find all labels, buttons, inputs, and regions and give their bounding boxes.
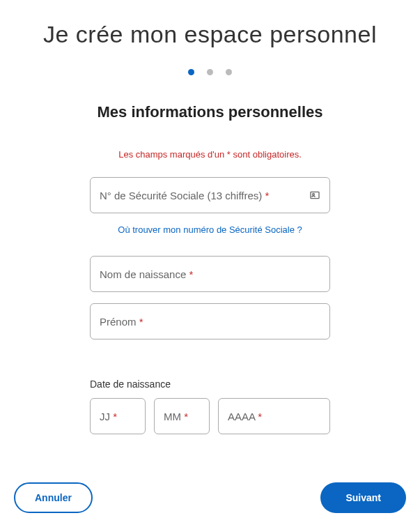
form-container: N° de Sécurité Sociale (13 chiffres) * O… — [90, 177, 330, 434]
button-row: Annuler Suivant — [14, 482, 406, 513]
birth-name-input-wrapper: Nom de naissance * — [90, 256, 330, 292]
year-input-wrapper: AAAA * — [218, 398, 330, 434]
first-name-input-wrapper: Prénom * — [90, 303, 330, 339]
ssn-input-wrapper: N° de Sécurité Sociale (13 chiffres) * — [90, 177, 330, 213]
page-title: Je crée mon espace personnel — [14, 21, 406, 48]
first-name-input[interactable] — [90, 303, 330, 339]
month-input-wrapper: MM * — [154, 398, 210, 434]
contact-card-icon — [309, 190, 320, 201]
required-notice: Les champs marqués d'un * sont obligatoi… — [14, 149, 406, 160]
birth-name-input[interactable] — [90, 256, 330, 292]
step-dot-1 — [188, 69, 194, 75]
birth-date-row: JJ * MM * AAAA * — [90, 398, 330, 434]
day-input-wrapper: JJ * — [90, 398, 146, 434]
birth-date-label: Date de naissance — [90, 379, 330, 390]
stepper — [14, 69, 406, 75]
svg-rect-0 — [311, 192, 319, 198]
ssn-help-link[interactable]: Où trouver mon numéro de Sécurité Social… — [90, 224, 330, 235]
cancel-button[interactable]: Annuler — [14, 482, 93, 513]
day-input[interactable] — [90, 398, 146, 434]
next-button[interactable]: Suivant — [320, 482, 406, 513]
svg-point-1 — [313, 193, 315, 195]
section-title: Mes informations personnelles — [14, 103, 406, 121]
year-input[interactable] — [218, 398, 330, 434]
step-dot-3 — [226, 69, 232, 75]
ssn-input[interactable] — [90, 177, 330, 213]
month-input[interactable] — [154, 398, 210, 434]
step-dot-2 — [207, 69, 213, 75]
